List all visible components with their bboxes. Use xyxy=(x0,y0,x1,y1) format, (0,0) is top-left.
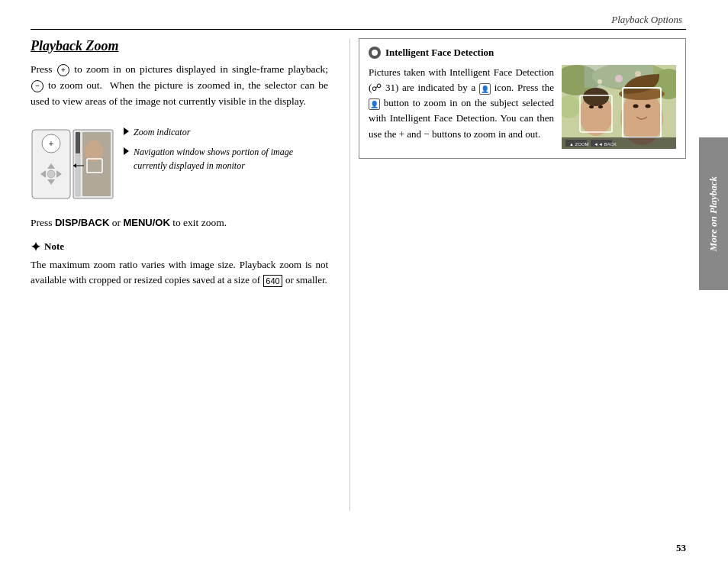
zoom-indicator-label-line: Zoom indicator xyxy=(124,125,328,139)
info-box-title: Intelligent Face Detection xyxy=(385,47,494,59)
diagram-area: + xyxy=(31,122,328,206)
info-box: Intelligent Face Detection Pictures take… xyxy=(359,38,686,159)
svg-point-34 xyxy=(646,105,651,108)
press-mid: or xyxy=(109,217,123,228)
note-text: The maximum zoom ratio varies with image… xyxy=(31,257,328,288)
note-header: ✦ Note xyxy=(31,240,328,254)
body-paragraph-1: Press + to zoom in on pictures displayed… xyxy=(31,62,328,110)
press-line: Press DISP/BACK or MENU/OK to exit zoom. xyxy=(31,217,328,229)
zoom-out-icon-2: − xyxy=(424,128,429,140)
camera-diagram: + xyxy=(31,122,114,206)
nav-window-label: Navigation window shows portion of image… xyxy=(134,145,328,173)
info-box-body: Pictures taken with Intelligent Face Det… xyxy=(369,65,676,149)
svg-point-28 xyxy=(589,105,594,108)
arrow-icon-1 xyxy=(124,127,129,135)
svg-point-27 xyxy=(583,88,609,106)
svg-point-33 xyxy=(633,105,639,108)
note-text-2: or smaller. xyxy=(283,274,327,286)
nav-window-label-line: Navigation window shows portion of image… xyxy=(124,145,328,173)
camera-diagram-svg: + xyxy=(31,122,114,206)
svg-rect-10 xyxy=(76,132,80,153)
svg-text:+: + xyxy=(49,138,54,149)
svg-text:▲ ZOOM: ▲ ZOOM xyxy=(569,142,589,147)
press-post: to exit zoom. xyxy=(170,217,227,228)
face-photo: ▲ ZOOM ◄◄ BACK xyxy=(562,65,676,149)
right-column: Intelligent Face Detection Pictures take… xyxy=(359,38,686,159)
page-number: 53 xyxy=(676,542,686,554)
face-detect-icon xyxy=(369,47,381,59)
header-title: Playback Options xyxy=(611,14,682,25)
vertical-divider xyxy=(350,38,350,511)
diagram-labels: Zoom indicator Navigation window shows p… xyxy=(124,122,328,179)
zoom-in-icon-2: + xyxy=(399,128,404,140)
section-title: Playback Zoom xyxy=(31,38,328,54)
face-photo-svg: ▲ ZOOM ◄◄ BACK xyxy=(562,65,676,149)
face-badge-icon: 👤 xyxy=(479,83,491,95)
arrow-icon-2 xyxy=(124,147,129,155)
note-icon: ✦ xyxy=(31,240,40,254)
svg-text:◄◄ BACK: ◄◄ BACK xyxy=(594,142,617,147)
info-box-header: Intelligent Face Detection xyxy=(369,47,676,59)
page-container: Playback Options More on Playback 53 Pla… xyxy=(0,0,728,571)
zoom-out-icon: − xyxy=(31,80,43,92)
header-rule xyxy=(31,29,686,30)
svg-point-29 xyxy=(598,105,603,108)
zoom-indicator-label: Zoom indicator xyxy=(134,125,190,139)
svg-point-7 xyxy=(47,170,55,178)
zoom-in-icon: + xyxy=(57,64,69,76)
page-header: Playback Options xyxy=(611,14,682,26)
press-pre: Press xyxy=(31,217,55,228)
info-box-text: Pictures taken with Intelligent Face Det… xyxy=(369,65,554,142)
left-column: Playback Zoom Press + to zoom in on pict… xyxy=(31,38,328,288)
sidebar-label: More on Playback xyxy=(707,176,720,251)
button-badge-icon: 👤 xyxy=(369,98,380,110)
note-title: Note xyxy=(44,240,64,253)
menu-ok-key: MENU/OK xyxy=(123,217,169,228)
size-badge: 640 xyxy=(263,275,282,287)
note-box: ✦ Note The maximum zoom ratio varies wit… xyxy=(31,240,328,288)
sidebar-tab: More on Playback xyxy=(699,137,728,290)
disp-back-key: DISP/BACK xyxy=(55,217,110,228)
